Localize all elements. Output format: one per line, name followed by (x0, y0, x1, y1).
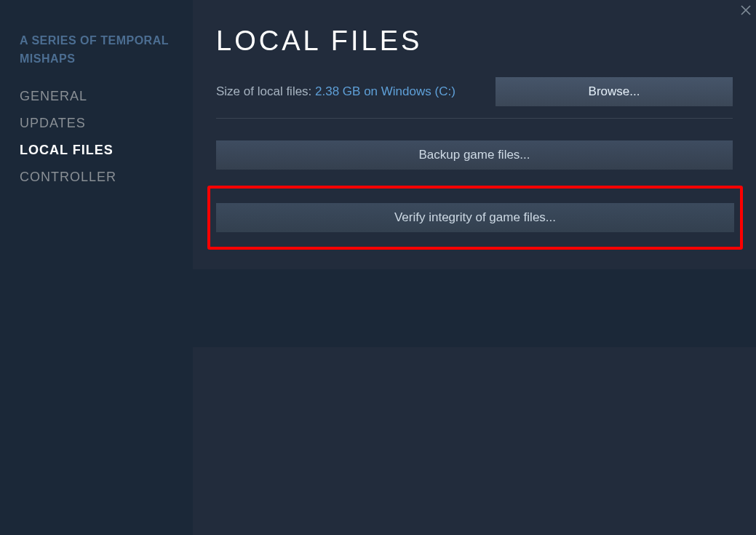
nav-item-local-files[interactable]: LOCAL FILES (20, 143, 173, 158)
backup-button[interactable]: Backup game files... (216, 140, 733, 170)
size-link[interactable]: 2.38 GB on Windows (C:) (315, 84, 455, 98)
close-icon[interactable] (739, 4, 752, 17)
browse-button[interactable]: Browse... (496, 77, 733, 106)
page-heading: LOCAL FILES (216, 25, 733, 57)
main-panel: LOCAL FILES Size of local files: 2.38 GB… (193, 0, 756, 269)
size-label: Size of local files: (216, 84, 315, 98)
verify-button[interactable]: Verify integrity of game files... (216, 203, 734, 232)
sidebar: A SERIES OF TEMPORAL MISHAPS GENERAL UPD… (0, 0, 193, 535)
highlight-frame: Verify integrity of game files... (207, 186, 743, 250)
nav-item-controller[interactable]: CONTROLLER (20, 170, 173, 185)
game-title: A SERIES OF TEMPORAL MISHAPS (20, 32, 173, 68)
lower-panel (193, 347, 756, 535)
nav-item-updates[interactable]: UPDATES (20, 116, 173, 131)
nav-item-general[interactable]: GENERAL (20, 89, 173, 104)
divider (216, 118, 733, 119)
size-text: Size of local files: 2.38 GB on Windows … (216, 84, 455, 99)
size-row: Size of local files: 2.38 GB on Windows … (216, 77, 733, 106)
main-content: LOCAL FILES Size of local files: 2.38 GB… (193, 0, 756, 250)
